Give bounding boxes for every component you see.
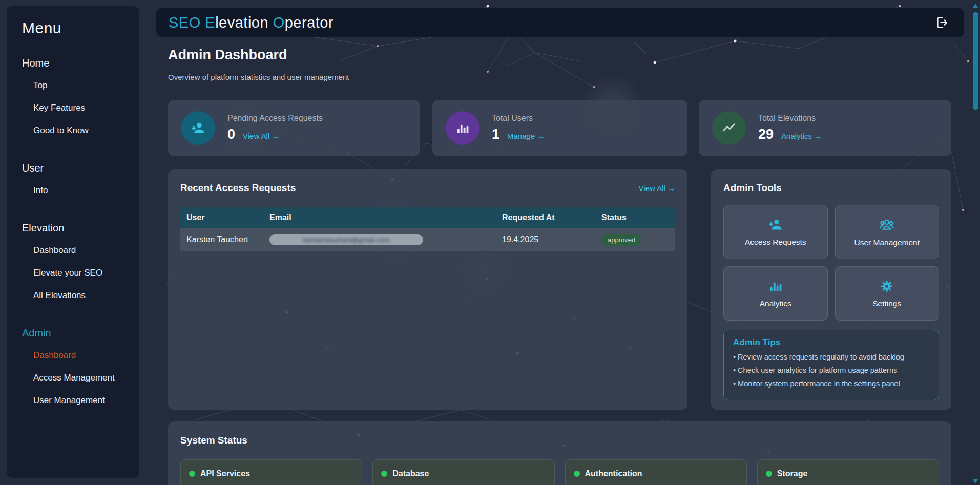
sidebar: Menu Home Top Key Features Good to Know …	[7, 6, 139, 478]
cell-email: karstentauchert@gmail.com	[303, 236, 389, 244]
stat-label: Pending Access Requests	[227, 114, 323, 123]
sidebar-item-user[interactable]: User	[22, 157, 131, 179]
sidebar-item-info[interactable]: Info	[22, 179, 131, 202]
sidebar-section-home: Home Top Key Features Good to Know	[22, 52, 131, 142]
manage-link[interactable]: Manage →	[507, 132, 545, 140]
table-row: Karsten Tauchert karstentauchert@gmail.c…	[180, 228, 675, 251]
status-card-authentication: Authentication Service running normally	[565, 459, 747, 485]
sidebar-section-user: User Info	[22, 157, 131, 202]
sidebar-item-top[interactable]: Top	[22, 74, 131, 97]
status-name: API Services	[200, 469, 250, 478]
column-header-status: Status	[595, 213, 675, 222]
tool-tile-user-management[interactable]: User Management	[835, 205, 940, 259]
sidebar-item-elevate-your-seo[interactable]: Elevate your SEO	[22, 262, 131, 284]
sidebar-item-good-to-know[interactable]: Good to Know	[22, 119, 131, 142]
scrollbar-down-arrow[interactable]	[973, 479, 978, 483]
status-badge: approved	[601, 234, 641, 246]
admin-tip-item: Review access requests regularly to avoi…	[733, 353, 929, 361]
status-ok-icon	[381, 471, 387, 477]
sidebar-section-elevation: Elevation Dashboard Elevate your SEO All…	[22, 217, 131, 307]
bar-chart-icon	[768, 279, 783, 294]
tool-tile-analytics[interactable]: Analytics	[723, 266, 828, 321]
status-ok-icon	[766, 471, 772, 477]
logout-icon	[934, 15, 949, 30]
status-name: Storage	[777, 469, 808, 478]
status-ok-icon	[189, 471, 195, 477]
admin-tips-box: Admin Tips Review access requests regula…	[723, 330, 939, 400]
users-icon	[879, 217, 895, 233]
stat-value: 1	[492, 126, 499, 142]
status-card-database: Database Connected and responding	[372, 459, 554, 485]
tool-tile-label: Access Requests	[745, 238, 806, 247]
system-status-panel: System Status API Services All systems o…	[168, 421, 951, 485]
admin-tools-panel: Admin Tools Access Requests User Managem…	[711, 169, 951, 410]
recent-view-all-link[interactable]: View All →	[639, 184, 675, 193]
brand-o: O	[273, 14, 285, 31]
sidebar-item-access-management[interactable]: Access Management	[22, 367, 131, 389]
admin-tips-title: Admin Tips	[733, 338, 929, 348]
column-header-requested-at: Requested At	[496, 213, 595, 222]
tool-tile-label: Settings	[872, 299, 901, 308]
sidebar-section-admin: Admin Dashboard Access Management User M…	[22, 322, 131, 412]
sidebar-item-all-elevations[interactable]: All Elevations	[22, 284, 131, 307]
table-header-row: User Email Requested At Status	[180, 207, 675, 228]
logout-button[interactable]	[931, 13, 952, 32]
sidebar-item-home[interactable]: Home	[22, 52, 131, 74]
user-plus-icon	[768, 217, 783, 233]
sidebar-item-elevation[interactable]: Elevation	[22, 217, 131, 239]
sidebar-title: Menu	[22, 19, 131, 37]
tool-tile-label: Analytics	[760, 299, 791, 308]
stat-label: Total Users	[492, 114, 545, 123]
admin-tools-title: Admin Tools	[723, 182, 939, 194]
stat-value: 0	[227, 126, 235, 142]
tool-tile-label: User Management	[854, 238, 920, 247]
sidebar-item-user-management[interactable]: User Management	[22, 389, 131, 412]
trend-up-icon	[721, 120, 737, 136]
admin-tip-item: Check user analytics for platform usage …	[733, 366, 929, 374]
stat-circle	[712, 111, 746, 145]
stat-circle	[446, 111, 479, 145]
brand-perator: perator	[285, 14, 333, 31]
stat-card-total-elevations: Total Elevations 29 Analytics →	[699, 100, 951, 156]
stat-value: 29	[758, 126, 774, 142]
scrollbar-up-arrow[interactable]	[973, 4, 978, 8]
tool-tile-settings[interactable]: Settings	[835, 266, 940, 321]
user-plus-icon	[190, 120, 206, 136]
sidebar-item-key-features[interactable]: Key Features	[22, 97, 131, 119]
system-status-title: System Status	[180, 435, 939, 446]
brand-e: E	[205, 14, 215, 31]
cell-requested-at: 19.4.2025	[496, 235, 595, 244]
status-card-storage: Storage No issues detected	[757, 459, 939, 485]
status-card-api-services: API Services All systems operational	[180, 459, 362, 485]
gear-icon	[879, 279, 894, 294]
bar-chart-icon	[455, 120, 470, 136]
sidebar-item-elevation-dashboard[interactable]: Dashboard	[22, 239, 131, 262]
brand-levation: levation	[215, 14, 273, 31]
recent-access-requests-panel: Recent Access Requests View All → User E…	[168, 169, 687, 410]
scrollbar-thumb[interactable]	[973, 12, 978, 110]
view-all-link[interactable]: View All →	[243, 132, 279, 140]
stat-card-total-users: Total Users 1 Manage →	[432, 100, 687, 156]
tool-tile-access-requests[interactable]: Access Requests	[723, 205, 828, 259]
recent-panel-title: Recent Access Requests	[180, 182, 296, 194]
stat-circle	[181, 111, 215, 145]
email-redacted-pill: karstentauchert@gmail.com	[269, 234, 423, 245]
admin-tip-item: Monitor system performance in the settin…	[733, 379, 929, 388]
column-header-email: Email	[263, 213, 496, 222]
stat-label: Total Elevations	[758, 114, 822, 123]
brand-seo: SEO	[169, 14, 205, 31]
stat-card-pending-access-requests: Pending Access Requests 0 View All →	[168, 100, 420, 156]
status-ok-icon	[574, 471, 580, 477]
column-header-user: User	[180, 213, 263, 222]
status-name: Database	[392, 469, 429, 478]
status-name: Authentication	[585, 469, 642, 478]
top-header: SEO Elevation Operator	[156, 8, 964, 37]
page-subtitle: Overview of platform statistics and user…	[168, 73, 349, 81]
access-requests-table: User Email Requested At Status Karsten T…	[180, 207, 675, 251]
app-title: SEO Elevation Operator	[169, 14, 333, 31]
sidebar-item-admin[interactable]: Admin	[22, 322, 131, 344]
cell-user: Karsten Tauchert	[180, 235, 263, 244]
page-title: Admin Dashboard	[168, 47, 287, 63]
sidebar-item-admin-dashboard[interactable]: Dashboard	[22, 344, 131, 367]
analytics-link[interactable]: Analytics →	[781, 132, 822, 140]
